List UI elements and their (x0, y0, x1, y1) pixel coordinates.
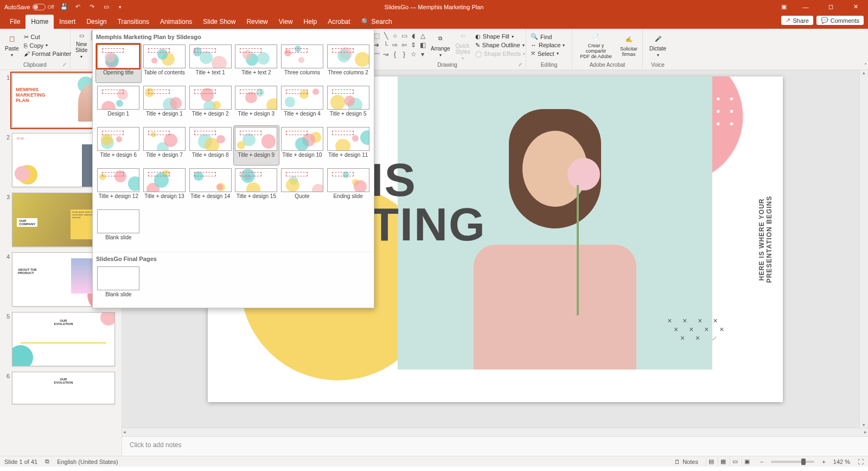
shape-brace2-icon[interactable]: } (400, 50, 409, 59)
reading-view-button[interactable]: ▭ (730, 457, 741, 466)
layout-option[interactable]: Title + design 13 (142, 167, 187, 206)
display-options-icon[interactable]: ▣ (775, 3, 793, 11)
scroll-up-icon[interactable]: ▴ (860, 70, 868, 75)
menu-search[interactable]: 🔍 Search (356, 15, 398, 29)
menu-animations[interactable]: Animations (155, 15, 197, 29)
layout-option[interactable]: Title + design 7 (142, 126, 187, 165)
zoom-slider[interactable] (771, 461, 814, 463)
thumbnail-slide-6[interactable]: OUR EVOLUTION (12, 372, 115, 404)
layout-option[interactable]: Title + design 6 (96, 126, 141, 165)
layout-option[interactable]: Title + design 1 (142, 85, 187, 124)
shape-fill-button[interactable]: ◐Shape Fill ▾ (474, 33, 526, 41)
layout-option[interactable]: Quote (280, 167, 325, 206)
layout-option[interactable]: Title + design 10 (280, 126, 325, 165)
zoom-out-button[interactable]: − (760, 459, 763, 465)
scroll-right-icon[interactable]: ▸ (864, 429, 867, 435)
redo-icon[interactable]: ↷ (88, 3, 97, 11)
layout-option[interactable]: Title + design 8 (188, 126, 233, 165)
adobe-share-pdf-button[interactable]: 📄Crear y compartir PDF de Adobe (576, 30, 616, 60)
menu-help[interactable]: Help (298, 15, 323, 29)
layout-option[interactable]: Opening title (96, 43, 141, 82)
copy-button[interactable]: ⎘Copy▾ (23, 42, 73, 49)
maximize-button[interactable]: ◻ (818, 0, 843, 14)
layout-option[interactable]: Title + design 5 (326, 85, 371, 124)
menu-review[interactable]: Review (241, 15, 273, 29)
layout-option[interactable]: Title + text 2 (234, 43, 279, 82)
paste-button[interactable]: 📋 Paste ▾ (3, 30, 21, 60)
find-button[interactable]: 🔍Find (529, 33, 569, 41)
normal-view-button[interactable]: ▤ (706, 457, 717, 466)
menu-transitions[interactable]: Transitions (112, 15, 155, 29)
zoom-in-button[interactable]: + (822, 459, 825, 465)
layout-option[interactable]: Three columns 2 (326, 43, 371, 82)
shape-cube-icon[interactable]: ◧ (418, 41, 427, 49)
menu-file[interactable]: File (4, 15, 25, 29)
drawing-dialog-launcher[interactable]: ⤢ (518, 62, 525, 68)
autosave-toggle[interactable]: AutoSave Off (4, 4, 54, 10)
layout-option[interactable]: Blank slide (96, 265, 141, 304)
from-beginning-icon[interactable]: ▭ (102, 3, 111, 11)
slideshow-view-button[interactable]: ▣ (742, 457, 752, 466)
shape-brace-icon[interactable]: { (391, 50, 399, 59)
menu-home[interactable]: Home (25, 15, 54, 29)
shape-line-icon[interactable]: ╲ (381, 31, 390, 40)
fit-to-window-button[interactable]: ⛶ (858, 459, 864, 465)
shape-leftarrow-icon[interactable]: ⇦ (400, 41, 409, 49)
layout-option[interactable]: Title + design 14 (188, 167, 233, 206)
select-button[interactable]: ⤱Select ▾ (529, 49, 569, 58)
notes-toggle-button[interactable]: 🗒Notes (674, 459, 698, 465)
layout-option[interactable]: Title + design 9 (234, 126, 279, 165)
layout-option[interactable]: Title + design 4 (280, 85, 325, 124)
shape-triangle-icon[interactable]: △ (418, 31, 427, 40)
clipboard-dialog-launcher[interactable]: ⤢ (62, 62, 69, 68)
shape-updown-icon[interactable]: ⇕ (409, 41, 418, 49)
menu-view[interactable]: View (273, 15, 298, 29)
layout-option[interactable]: Title + design 12 (96, 167, 141, 206)
layout-option[interactable]: Table of contents (142, 43, 187, 82)
undo-icon[interactable]: ↶ (74, 3, 82, 11)
comments-button[interactable]: 💬 Comments (816, 16, 864, 25)
share-button[interactable]: ↗ Share (781, 16, 813, 25)
menu-design[interactable]: Design (81, 15, 112, 29)
layout-option[interactable]: Title + text 1 (188, 43, 233, 82)
minimize-button[interactable]: — (793, 0, 818, 14)
language-indicator[interactable]: English (United States) (57, 459, 118, 465)
layout-option[interactable]: Blank slide (96, 208, 141, 247)
sorter-view-button[interactable]: ▦ (718, 457, 729, 466)
save-icon[interactable]: 💾 (60, 3, 68, 11)
accessibility-icon[interactable]: ⧉ (45, 458, 49, 465)
cut-button[interactable]: ✂Cut (23, 33, 73, 41)
shape-freeform-icon[interactable]: ↝ (381, 50, 390, 59)
layout-option[interactable]: Ending slide (326, 167, 371, 206)
arrange-button[interactable]: ⧉Arrange▾ (429, 31, 452, 59)
shape-roundrect-icon[interactable]: ◖ (409, 31, 418, 40)
shape-gallery[interactable]: ⬚ ╲ ○ ▭ ◖ △ ➔ └ ⇨ ⇦ ⇕ ◧ 〰 ↝ { } ☆ ▾ (372, 31, 427, 59)
dictate-button[interactable]: 🎤Dictate▾ (646, 30, 669, 60)
new-slide-button[interactable]: ▭ New Slide ▾ (74, 30, 89, 60)
qat-customize-icon[interactable]: ▾ (116, 3, 125, 11)
layout-gallery[interactable]: Memphis Marketing Plan by Slidesgo Openi… (92, 29, 374, 308)
layout-option[interactable]: Title + design 3 (234, 85, 279, 124)
shape-outline-button[interactable]: ✎Shape Outline ▾ (474, 41, 526, 49)
notes-area[interactable]: Click to add notes (122, 436, 868, 456)
quick-styles-button[interactable]: ▭Quick Styles▾ (454, 29, 472, 62)
zoom-thumb[interactable] (801, 459, 806, 465)
layout-option[interactable]: Design 1 (96, 85, 141, 124)
scroll-down-icon[interactable]: ▾ (860, 422, 868, 428)
layout-option[interactable]: Title + design 2 (188, 85, 233, 124)
shape-rect-icon[interactable]: ▭ (400, 31, 409, 40)
layout-option[interactable]: Three columns (280, 43, 325, 82)
horizontal-scrollbar[interactable]: ◂ ▸ (122, 428, 868, 436)
layout-option[interactable]: Title + design 11 (326, 126, 371, 165)
close-button[interactable]: ✕ (843, 0, 868, 14)
menu-acrobat[interactable]: Acrobat (322, 15, 355, 29)
shape-effects-button[interactable]: ◯Shape Effects ▾ (474, 50, 526, 58)
format-painter-button[interactable]: 🖌Format Painter (23, 50, 73, 58)
menu-insert[interactable]: Insert (54, 15, 81, 29)
menu-slideshow[interactable]: Slide Show (197, 15, 241, 29)
scroll-left-icon[interactable]: ◂ (123, 429, 126, 435)
vertical-scrollbar[interactable]: ▴ ▾ (859, 70, 868, 436)
thumbnail-slide-5[interactable]: OUR EVOLUTION (12, 312, 115, 366)
shape-more-icon[interactable]: ▾ (418, 50, 427, 59)
shape-star-icon[interactable]: ☆ (409, 50, 418, 59)
